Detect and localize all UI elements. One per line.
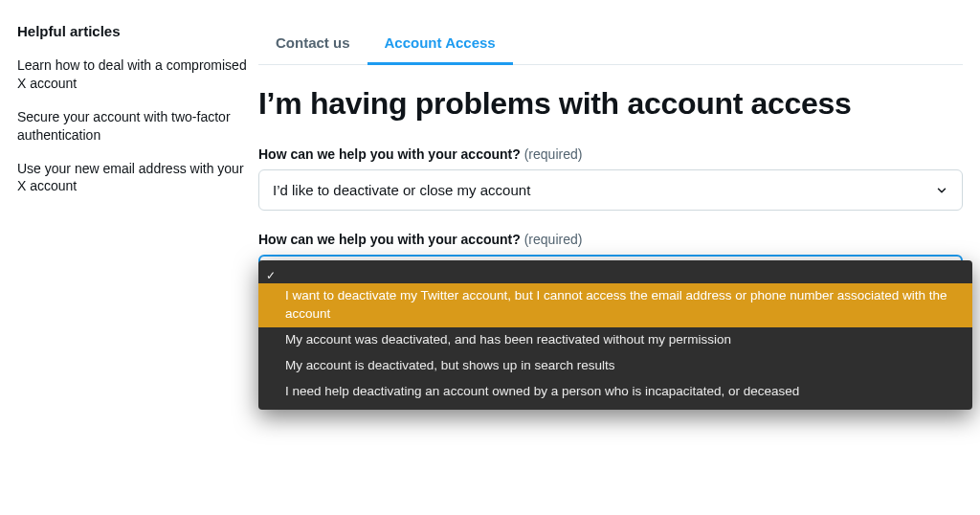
field2-label-text: How can we help you with your account? <box>258 232 521 247</box>
field-help-account-2: How can we help you with your account? (… <box>258 232 963 296</box>
helpful-articles-sidebar: Helpful articles Learn how to deal with … <box>17 23 247 317</box>
sidebar-link-2fa[interactable]: Secure your account with two-factor auth… <box>17 108 247 145</box>
check-icon: ✓ <box>266 268 276 284</box>
main-content: Contact us Account Access I’m having pro… <box>258 23 963 317</box>
sidebar-title: Helpful articles <box>17 23 247 39</box>
dropdown-option-deactivate-no-access[interactable]: I want to deactivate my Twitter account,… <box>258 283 972 327</box>
option-text: My account is deactivated, but shows up … <box>285 358 614 372</box>
field1-required: (required) <box>524 146 583 162</box>
dropdown-option-incapacitated-deceased[interactable]: I need help deactivating an account owne… <box>258 379 972 405</box>
sidebar-link-email[interactable]: Use your new email address with your X a… <box>17 160 247 196</box>
tab-account-access[interactable]: Account Access <box>368 23 513 65</box>
dropdown-option-blank[interactable]: ✓ <box>258 266 972 283</box>
option-text: I want to deactivate my Twitter account,… <box>285 288 947 321</box>
tabs-nav: Contact us Account Access <box>258 23 963 65</box>
tab-contact-us[interactable]: Contact us <box>258 23 368 65</box>
dropdown-option-reactivated-no-permission[interactable]: My account was deactivated, and has been… <box>258 327 972 353</box>
sidebar-link-compromised[interactable]: Learn how to deal with a compromised X a… <box>17 56 247 93</box>
select2-dropdown: ✓ I want to deactivate my Twitter accoun… <box>258 260 972 410</box>
select1-value: I’d like to deactivate or close my accou… <box>273 182 530 198</box>
page-title: I’m having problems with account access <box>258 86 963 122</box>
field1-label-text: How can we help you with your account? <box>258 146 521 162</box>
option-text: I need help deactivating an account owne… <box>285 384 799 398</box>
field2-label: How can we help you with your account? (… <box>258 232 963 247</box>
option-text: My account was deactivated, and has been… <box>285 332 731 347</box>
dropdown-option-shows-in-search[interactable]: My account is deactivated, but shows up … <box>258 353 972 379</box>
select-help-account-1[interactable]: I’d like to deactivate or close my accou… <box>258 169 963 211</box>
field2-required: (required) <box>524 232 583 247</box>
field1-label: How can we help you with your account? (… <box>258 146 963 162</box>
field-help-account-1: How can we help you with your account? (… <box>258 146 963 211</box>
chevron-down-icon <box>935 184 948 197</box>
